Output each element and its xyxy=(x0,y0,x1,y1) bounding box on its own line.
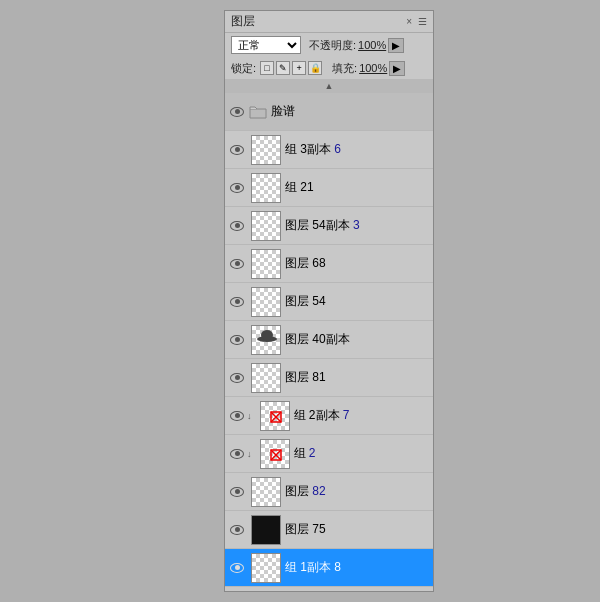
panel-titlebar: 图层 × ☰ xyxy=(225,11,433,33)
group-arrow-icon: ↓ xyxy=(247,411,252,421)
eye-visibility-icon[interactable] xyxy=(227,140,247,160)
layer-name: 图层 82 xyxy=(285,483,433,500)
layer-row[interactable]: 图层 82 xyxy=(225,473,433,511)
layer-thumbnail xyxy=(251,249,281,279)
layer-name: 组 3副本 6 xyxy=(285,141,433,158)
layer-row[interactable]: ↓ 组 2 xyxy=(225,435,433,473)
layer-thumbnail xyxy=(260,439,290,469)
layer-row[interactable]: 图层 75 xyxy=(225,511,433,549)
layer-name: 图层 81 xyxy=(285,369,433,386)
eye-visibility-icon[interactable] xyxy=(227,216,247,236)
layer-thumbnail xyxy=(251,135,281,165)
layer-thumbnail xyxy=(251,591,281,592)
eye-visibility-icon[interactable] xyxy=(227,406,247,426)
opacity-value[interactable]: 100% xyxy=(358,39,386,51)
layer-thumbnail xyxy=(251,211,281,241)
blend-mode-select[interactable]: 正常 xyxy=(231,36,301,54)
layer-row[interactable]: 图层 54 xyxy=(225,283,433,321)
layer-row[interactable]: 图层 68 xyxy=(225,245,433,283)
toolbar-lock-fill: 锁定: □ ✎ + 🔒 填充: 100% ▶ xyxy=(225,57,433,79)
eye-visibility-icon[interactable] xyxy=(227,482,247,502)
eye-visibility-icon[interactable] xyxy=(227,292,247,312)
layer-row[interactable]: 图层 40副本 xyxy=(225,321,433,359)
layer-row[interactable]: 图层 37 xyxy=(225,587,433,591)
layer-row[interactable]: 图层 54副本 3 xyxy=(225,207,433,245)
eye-visibility-icon[interactable] xyxy=(227,178,247,198)
lock-label: 锁定: xyxy=(231,61,256,76)
layer-row[interactable]: 组 3副本 6 xyxy=(225,131,433,169)
layer-thumbnail xyxy=(251,363,281,393)
toolbar-blend-opacity: 正常 不透明度: 100% ▶ xyxy=(225,33,433,57)
layer-thumbnail xyxy=(251,477,281,507)
layer-name: 图层 75 xyxy=(285,521,433,538)
eye-visibility-icon[interactable] xyxy=(227,558,247,578)
layer-thumbnail xyxy=(251,553,281,583)
svg-point-1 xyxy=(261,330,273,340)
layer-thumbnail xyxy=(260,401,290,431)
eye-visibility-icon[interactable] xyxy=(227,254,247,274)
eye-visibility-icon[interactable] xyxy=(227,330,247,350)
layer-thumbnail xyxy=(251,287,281,317)
lock-move-button[interactable]: + xyxy=(292,61,306,75)
layer-name: 图层 40副本 xyxy=(285,331,433,348)
opacity-label: 不透明度: xyxy=(309,38,356,53)
panel-close-button[interactable]: × xyxy=(406,16,412,27)
panel-menu-button[interactable]: ☰ xyxy=(418,16,427,27)
layer-thumbnail xyxy=(251,173,281,203)
scroll-up-area[interactable]: ▲ xyxy=(225,79,433,93)
layer-name: 组 2副本 7 xyxy=(294,407,434,424)
layer-row[interactable]: 组 21 xyxy=(225,169,433,207)
layer-row[interactable]: 图层 81 xyxy=(225,359,433,397)
layer-thumbnail xyxy=(251,325,281,355)
fill-arrow-button[interactable]: ▶ xyxy=(389,61,405,76)
layer-thumbnail xyxy=(251,515,281,545)
opacity-arrow-button[interactable]: ▶ xyxy=(388,38,404,53)
layer-row[interactable]: ↓ 组 2副本 7 xyxy=(225,397,433,435)
layer-name: 图层 68 xyxy=(285,255,433,272)
lock-transparent-button[interactable]: □ xyxy=(260,61,274,75)
group-arrow-icon: ↓ xyxy=(247,449,252,459)
fill-label: 填充: xyxy=(332,61,357,76)
panel-title: 图层 xyxy=(231,13,406,30)
layer-row[interactable]: 组 1副本 8 xyxy=(225,549,433,587)
eye-visibility-icon[interactable] xyxy=(227,520,247,540)
lock-all-button[interactable]: 🔒 xyxy=(308,61,322,75)
layers-panel: 图层 × ☰ 正常 不透明度: 100% ▶ 锁定: □ ✎ + 🔒 填充: 1… xyxy=(224,10,434,592)
lock-draw-button[interactable]: ✎ xyxy=(276,61,290,75)
eye-visibility-icon[interactable] xyxy=(227,368,247,388)
eye-visibility-icon[interactable] xyxy=(227,444,247,464)
folder-icon xyxy=(247,101,269,123)
layer-name: 图层 54副本 3 xyxy=(285,217,433,234)
layer-name: 组 2 xyxy=(294,445,434,462)
layer-name: 脸谱 xyxy=(271,103,433,120)
fill-value[interactable]: 100% xyxy=(359,62,387,74)
layer-row[interactable]: 脸谱 xyxy=(225,93,433,131)
layer-name: 组 1副本 8 xyxy=(285,559,433,576)
eye-visibility-icon[interactable] xyxy=(227,102,247,122)
layer-name: 组 21 xyxy=(285,179,433,196)
layer-name: 图层 54 xyxy=(285,293,433,310)
layers-list[interactable]: 脸谱 组 3副本 6 组 21 xyxy=(225,93,433,591)
